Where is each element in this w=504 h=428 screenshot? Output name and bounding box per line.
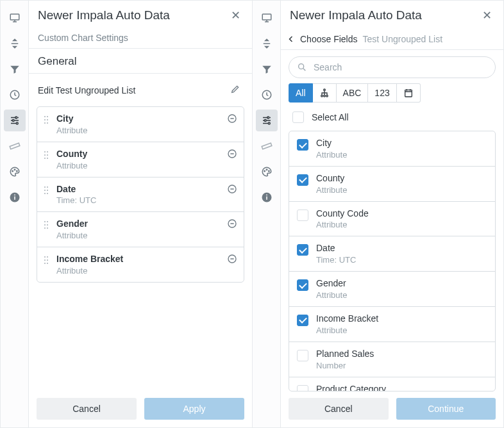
svg-point-16 — [44, 122, 46, 124]
svg-point-40 — [44, 256, 46, 258]
chip-123[interactable]: 123 — [368, 83, 396, 103]
field-name: County Code — [316, 208, 487, 219]
svg-point-12 — [44, 116, 46, 117]
remove-icon[interactable] — [226, 183, 239, 195]
drag-handle-icon[interactable] — [44, 186, 50, 195]
rail-clock-icon[interactable] — [256, 84, 278, 106]
pick-item[interactable]: County Attribute — [289, 166, 495, 201]
edit-label: Edit Test Ungrouped List — [38, 85, 135, 95]
chip-all[interactable]: All — [289, 83, 313, 103]
field-name: Income Bracket — [56, 254, 237, 265]
chip-abc[interactable]: ABC — [337, 83, 369, 103]
cancel-button[interactable]: Cancel — [37, 398, 137, 420]
drag-handle-icon[interactable] — [44, 151, 50, 160]
drag-handle-icon[interactable] — [44, 115, 50, 124]
remove-icon[interactable] — [226, 112, 239, 125]
svg-point-27 — [47, 186, 48, 188]
pick-item[interactable]: Date Time: UTC — [289, 236, 495, 271]
rail-ruler-icon[interactable] — [256, 135, 278, 157]
svg-point-42 — [44, 259, 46, 261]
field-checkbox[interactable] — [297, 385, 308, 391]
close-icon[interactable]: ✕ — [480, 7, 494, 24]
remove-icon[interactable] — [226, 217, 239, 230]
apply-button[interactable]: Apply — [144, 398, 244, 420]
svg-point-31 — [47, 193, 48, 194]
close-icon[interactable]: ✕ — [228, 7, 243, 24]
field-name: City — [56, 113, 237, 124]
chip-hierarchy-icon[interactable] — [313, 83, 337, 103]
svg-point-30 — [44, 193, 46, 194]
drag-handle-icon[interactable] — [44, 220, 50, 229]
svg-point-6 — [12, 170, 13, 172]
right-content: Newer Impala Auto Data ✕ Choose Fields T… — [281, 1, 503, 427]
rail-resize-icon[interactable] — [4, 33, 26, 54]
svg-point-61 — [321, 95, 323, 97]
cancel-button[interactable]: Cancel — [289, 398, 389, 420]
svg-rect-58 — [266, 195, 267, 196]
field-name: Date — [56, 184, 237, 195]
rail-palette-icon[interactable] — [256, 161, 278, 183]
field-list: City Attribute County Attribute Date Tim… — [37, 106, 244, 283]
continue-button[interactable]: Continue — [396, 398, 496, 420]
field-sub: Number — [316, 361, 487, 370]
field-checkbox[interactable] — [297, 279, 308, 291]
back-button[interactable] — [287, 35, 295, 43]
list-item[interactable]: Gender Attribute — [37, 211, 244, 247]
rail-palette-icon[interactable] — [4, 161, 26, 183]
remove-icon[interactable] — [226, 252, 239, 265]
rail-presentation-icon[interactable] — [4, 7, 26, 29]
svg-rect-52 — [262, 143, 272, 149]
svg-point-28 — [44, 190, 46, 191]
svg-point-43 — [47, 259, 48, 261]
search-field[interactable] — [312, 62, 487, 73]
field-sub: Attribute — [316, 150, 487, 160]
list-item[interactable]: Income Bracket Attribute — [37, 247, 244, 282]
search-input[interactable] — [289, 56, 496, 78]
chip-date-icon[interactable] — [397, 83, 421, 103]
pick-item[interactable]: County Code Attribute — [289, 201, 495, 236]
rail-sliders-icon[interactable] — [256, 110, 278, 131]
field-sub: Time: UTC — [56, 195, 237, 205]
remove-icon[interactable] — [226, 147, 239, 160]
pick-item[interactable]: Income Bracket Attribute — [289, 306, 495, 342]
field-checkbox[interactable] — [297, 174, 308, 186]
svg-point-37 — [44, 227, 46, 229]
svg-point-14 — [44, 119, 46, 120]
drag-handle-icon[interactable] — [44, 256, 50, 265]
rail-filter-icon[interactable] — [256, 58, 278, 80]
list-item[interactable]: Date Time: UTC — [37, 177, 244, 212]
rail-filter-icon[interactable] — [4, 58, 26, 80]
rail-presentation-icon[interactable] — [256, 7, 278, 29]
svg-point-33 — [44, 221, 46, 222]
pick-item[interactable]: Product Category Attribute — [289, 377, 495, 391]
select-all-label: Select All — [312, 112, 349, 122]
field-checkbox[interactable] — [297, 315, 308, 326]
list-item[interactable]: County Attribute — [37, 142, 244, 177]
left-content: Newer Impala Auto Data ✕ Custom Chart Se… — [29, 1, 252, 427]
rail-sliders-icon[interactable] — [4, 110, 26, 131]
rail-info-icon[interactable] — [4, 186, 26, 208]
rail-clock-icon[interactable] — [4, 84, 26, 106]
field-checkbox[interactable] — [297, 244, 308, 256]
field-checkbox[interactable] — [297, 350, 308, 361]
select-all-checkbox[interactable] — [292, 111, 304, 123]
pick-item[interactable]: Planned Sales Number — [289, 342, 495, 377]
rail-resize-icon[interactable] — [256, 33, 278, 54]
panel-title: Newer Impala Auto Data — [38, 8, 170, 22]
rail-info-icon[interactable] — [256, 186, 278, 208]
field-checkbox[interactable] — [297, 210, 308, 221]
field-checkbox[interactable] — [297, 139, 308, 151]
svg-point-51 — [268, 122, 270, 124]
svg-point-55 — [268, 170, 269, 172]
svg-rect-0 — [10, 14, 19, 20]
rail-ruler-icon[interactable] — [4, 135, 26, 157]
edit-pencil-icon[interactable] — [228, 81, 243, 99]
field-sub: Attribute — [56, 231, 237, 240]
svg-point-23 — [44, 158, 46, 159]
pick-item[interactable]: Gender Attribute — [289, 271, 495, 306]
svg-point-60 — [323, 89, 325, 91]
list-item[interactable]: City Attribute — [37, 107, 244, 142]
pick-item[interactable]: City Attribute — [289, 131, 495, 166]
field-sub: Attribute — [56, 266, 237, 276]
svg-point-2 — [15, 117, 17, 119]
